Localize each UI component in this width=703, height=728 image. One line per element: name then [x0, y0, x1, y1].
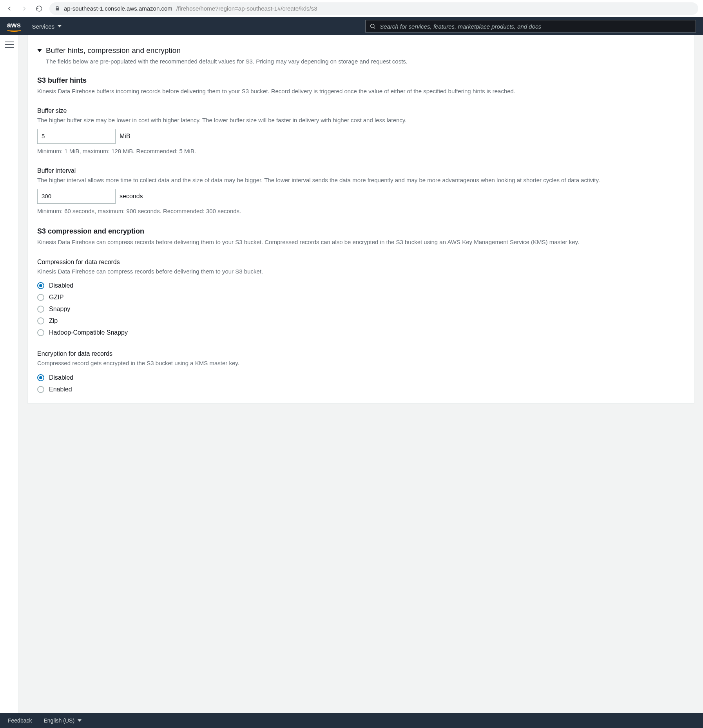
- buffer-interval-unit: seconds: [120, 193, 143, 200]
- services-menu-button[interactable]: Services: [32, 23, 62, 30]
- compenc-desc: Kinesis Data Firehose can compress recor…: [37, 238, 685, 247]
- svg-line-1: [374, 27, 375, 29]
- browser-forward-button[interactable]: [20, 4, 29, 13]
- radio-icon: [37, 294, 44, 301]
- compression-option-0[interactable]: Disabled: [37, 280, 685, 292]
- browser-address-bar[interactable]: ap-southeast-1.console.aws.amazon.com/fi…: [49, 2, 698, 15]
- buffer-hints-title: S3 buffer hints: [37, 76, 685, 85]
- section-title: Buffer hints, compression and encryption: [46, 46, 181, 55]
- encryption-option-1[interactable]: Enabled: [37, 384, 685, 395]
- radio-icon: [37, 317, 44, 324]
- compression-option-4[interactable]: Hadoop-Compatible Snappy: [37, 327, 685, 339]
- buffer-size-hint: Minimum: 1 MiB, maximum: 128 MiB. Recomm…: [37, 147, 685, 156]
- compression-desc: Kinesis Data Firehose can compress recor…: [37, 267, 685, 276]
- compenc-heading: S3 compression and encryption Kinesis Da…: [37, 227, 685, 247]
- encryption-option-0[interactable]: Disabled: [37, 372, 685, 384]
- buffer-interval-field: Buffer interval The higher interval allo…: [37, 167, 685, 216]
- buffer-interval-desc: The higher interval allows more time to …: [37, 176, 685, 185]
- chevron-down-icon: [37, 49, 42, 52]
- buffer-interval-label: Buffer interval: [37, 167, 685, 174]
- buffer-size-label: Buffer size: [37, 107, 685, 114]
- compression-option-2[interactable]: Snappy: [37, 303, 685, 315]
- radio-label: Zip: [49, 317, 58, 324]
- radio-icon: [37, 386, 44, 393]
- radio-label: Snappy: [49, 306, 70, 313]
- browser-toolbar: ap-southeast-1.console.aws.amazon.com/fi…: [0, 0, 703, 17]
- buffer-size-desc: The higher buffer size may be lower in c…: [37, 116, 685, 125]
- url-host: ap-southeast-1.console.aws.amazon.com: [64, 5, 172, 12]
- search-icon: [370, 23, 376, 29]
- aws-logo[interactable]: aws: [7, 21, 21, 32]
- radio-icon: [37, 306, 44, 313]
- compression-label: Compression for data records: [37, 259, 685, 266]
- language-label: English (US): [43, 717, 74, 724]
- buffer-interval-hint: Minimum: 60 seconds, maximum: 900 second…: [37, 207, 685, 216]
- compression-option-3[interactable]: Zip: [37, 315, 685, 327]
- search-placeholder: Search for services, features, marketpla…: [380, 23, 541, 30]
- encryption-label: Encryption for data records: [37, 350, 685, 357]
- browser-reload-button[interactable]: [34, 4, 44, 13]
- buffer-size-field: Buffer size The higher buffer size may b…: [37, 107, 685, 156]
- compression-option-1[interactable]: GZIP: [37, 292, 685, 303]
- aws-top-nav: aws Services Search for services, featur…: [0, 17, 703, 35]
- radio-icon: [37, 374, 44, 381]
- left-rail: [0, 35, 19, 713]
- radio-label: Enabled: [49, 386, 72, 393]
- radio-label: Hadoop-Compatible Snappy: [49, 329, 128, 336]
- radio-icon: [37, 329, 44, 336]
- radio-label: GZIP: [49, 294, 63, 301]
- buffer-size-unit: MiB: [120, 133, 130, 140]
- svg-point-0: [371, 24, 374, 28]
- buffer-hints-desc: Kinesis Data Firehose buffers incoming r…: [37, 87, 685, 96]
- global-search-input[interactable]: Search for services, features, marketpla…: [365, 20, 696, 33]
- radio-icon: [37, 282, 44, 289]
- compression-field: Compression for data records Kinesis Dat…: [37, 259, 685, 339]
- settings-panel: Buffer hints, compression and encryption…: [27, 35, 694, 404]
- encryption-field: Encryption for data records Compressed r…: [37, 350, 685, 395]
- aws-footer: Feedback English (US): [0, 713, 703, 728]
- language-selector[interactable]: English (US): [43, 717, 82, 724]
- buffer-interval-input[interactable]: [37, 189, 116, 204]
- main-content: Buffer hints, compression and encryption…: [19, 35, 703, 713]
- lock-icon: [55, 6, 60, 11]
- radio-label: Disabled: [49, 374, 73, 381]
- radio-label: Disabled: [49, 282, 73, 289]
- encryption-desc: Compressed record gets encrypted in the …: [37, 359, 685, 368]
- browser-back-button[interactable]: [5, 4, 14, 13]
- feedback-link[interactable]: Feedback: [8, 717, 32, 724]
- section-description: The fields below are pre-populated with …: [46, 57, 685, 66]
- compenc-title: S3 compression and encryption: [37, 227, 685, 235]
- services-label: Services: [32, 23, 55, 30]
- buffer-size-input[interactable]: [37, 129, 116, 144]
- chevron-down-icon: [78, 719, 82, 722]
- sidebar-toggle-button[interactable]: [5, 42, 14, 48]
- chevron-down-icon: [58, 25, 62, 27]
- url-path: /firehose/home?region=ap-southeast-1#/cr…: [176, 5, 317, 12]
- section-toggle-buffer-hints[interactable]: Buffer hints, compression and encryption: [37, 46, 685, 55]
